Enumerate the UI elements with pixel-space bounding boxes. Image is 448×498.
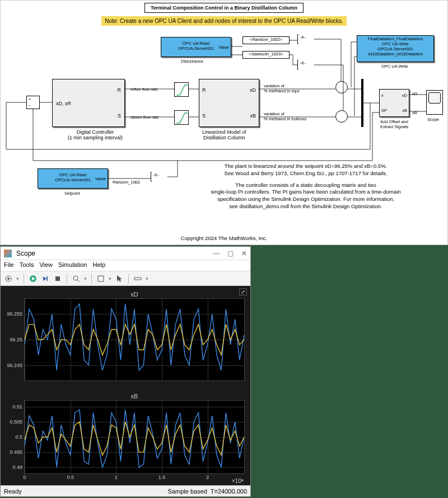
- saturation-block-1[interactable]: [174, 82, 189, 97]
- random-tag-block[interactable]: <Random_1002>: [242, 36, 290, 44]
- svg-rect-19: [55, 276, 60, 281]
- menu-view[interactable]: View: [39, 261, 53, 270]
- copyright-text: Copyright 2024 The MathWorks, Inc.: [1, 235, 447, 241]
- gain-block-1[interactable]: -K-: [297, 34, 314, 44]
- close-icon[interactable]: ✕: [241, 250, 247, 257]
- opc-read-setpoint-block[interactable]: OPC UA Read OPCUA-Server001 Value: [38, 168, 108, 189]
- body-text-4: single-loop PI controllers. The PI gains…: [185, 189, 426, 196]
- mux-block[interactable]: [361, 79, 363, 127]
- zoom-icon[interactable]: [72, 274, 81, 283]
- scope-plot-area: ⤢ xD 96.24596.2596.255 xB 0.490.4950.50.…: [1, 286, 250, 485]
- disturbance-caption: Disturbance: [181, 59, 203, 64]
- opc-port-label: Value: [218, 45, 229, 50]
- scope-statusbar: Ready Sample based T=24000.000: [1, 485, 250, 496]
- svg-rect-24: [134, 278, 141, 280]
- body-text-3: The controller consists of a static deco…: [185, 182, 426, 189]
- simulink-diagram-panel: Terminal Composition Control in a Binary…: [0, 0, 448, 245]
- body-text-5: specification using the Simulink Design …: [185, 196, 426, 203]
- opc-read-disturbance-block[interactable]: OPC UA Read OPCUA-Server001 Value: [161, 37, 231, 57]
- gain-block-2[interactable]: -K-: [297, 60, 314, 70]
- digital-controller-block[interactable]: xD, xR R S: [52, 79, 125, 127]
- status-sample: Sample based: [168, 488, 207, 495]
- plot-xD-title: xD: [25, 291, 244, 298]
- menu-help[interactable]: Help: [92, 261, 105, 270]
- minimize-icon[interactable]: —: [213, 250, 220, 257]
- diagram-title: Terminal Composition Control in a Binary…: [144, 3, 304, 13]
- svg-marker-17: [43, 276, 46, 281]
- scope-block[interactable]: [426, 90, 443, 115]
- xaxis-exponent: ×10⁴: [232, 478, 244, 484]
- setpoint-caption: Setpoint: [64, 191, 80, 196]
- menu-file[interactable]: File: [4, 261, 14, 270]
- scope-title: Scope: [16, 250, 35, 257]
- step-fwd-icon[interactable]: [41, 274, 50, 283]
- random-label: Random_1002: [113, 180, 140, 185]
- stop-icon[interactable]: [53, 274, 62, 283]
- add-offset-block[interactable]: x SP xD xB: [379, 89, 409, 117]
- scope-titlebar[interactable]: Scope — ▢ ✕: [1, 247, 250, 260]
- plot-xD[interactable]: xD 96.24596.2596.255: [24, 298, 245, 381]
- simulink-icon: [4, 250, 12, 257]
- saturation-block-2[interactable]: [174, 110, 189, 125]
- plot-xB-title: xB: [25, 393, 244, 400]
- controller-caption1: Digital Controller: [68, 129, 123, 135]
- svg-point-14: [7, 278, 10, 280]
- sum-block-main[interactable]: + −: [26, 96, 40, 109]
- status-ready: Ready: [4, 488, 22, 495]
- status-time: T=24000.000: [211, 488, 247, 495]
- sum-block-2[interactable]: [335, 110, 348, 123]
- plot-xB[interactable]: xB 0.490.4950.50.5050.5100.511.52: [24, 400, 245, 474]
- sum-block-1[interactable]: [335, 81, 348, 93]
- body-text-6: see distillation_demo.mdl from the Simul…: [185, 203, 426, 210]
- scope-menubar: File Tools View Simulation Help: [1, 260, 250, 271]
- gain-block-setpoint[interactable]: -K-: [151, 172, 167, 182]
- scope-caption: Scope: [427, 117, 439, 122]
- run-icon[interactable]: [29, 274, 38, 283]
- opc-write-block[interactable]: FloatDataItem_FloatDataItem OPC UA Write…: [357, 35, 434, 62]
- menu-tools[interactable]: Tools: [20, 261, 34, 270]
- svg-point-20: [73, 276, 78, 280]
- svg-line-21: [77, 280, 80, 282]
- maximize-icon[interactable]: ▢: [227, 250, 234, 257]
- menu-simulation[interactable]: Simulation: [58, 261, 87, 270]
- scope-window: Scope — ▢ ✕ File Tools View Simulation H…: [0, 246, 251, 497]
- cursor-icon[interactable]: [115, 274, 124, 283]
- measure-icon[interactable]: [133, 274, 142, 283]
- steam-label: steam flow rate: [130, 115, 159, 120]
- scope-toolbar: ▾ ▾ ▾ ▾: [1, 271, 250, 286]
- svg-rect-22: [98, 276, 104, 281]
- sawtooth-tag-block[interactable]: <Sawtooth_1003>: [242, 51, 290, 59]
- reflux-label: reflux flow rate: [130, 87, 158, 92]
- svg-rect-18: [46, 276, 48, 281]
- body-text-2: See Wood and Berry 1973, Chem.Eng.Sci., …: [185, 170, 426, 177]
- controller-caption2: (1 min sampling interval): [68, 135, 123, 140]
- opc-write-caption: OPC UA Write: [381, 64, 408, 69]
- body-text-1: The plant is linearized around the setpo…: [185, 163, 426, 170]
- diagram-note: Note: Create a new OPC UA Client and add…: [101, 16, 347, 26]
- model-caption2: Distillation Column: [202, 135, 246, 140]
- model-caption1: Linearized Model of: [202, 129, 246, 135]
- autoscale-icon[interactable]: [96, 274, 105, 283]
- gear-icon[interactable]: [4, 274, 13, 283]
- svg-marker-23: [117, 275, 122, 282]
- linearized-model-block[interactable]: R S xD xB: [199, 79, 259, 127]
